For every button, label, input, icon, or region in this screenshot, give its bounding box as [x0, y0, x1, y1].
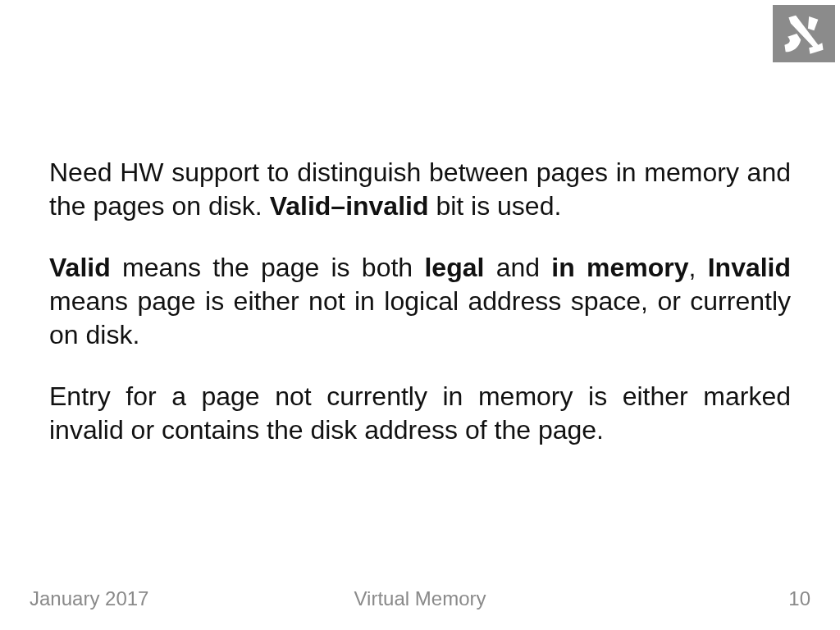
slide: Need HW support to distinguish between p…	[0, 0, 840, 630]
footer-date: January 2017	[30, 587, 148, 610]
text: and	[484, 253, 551, 282]
bold-text: Valid	[49, 253, 111, 282]
text: bit is used.	[428, 191, 561, 221]
aleph-icon	[778, 8, 829, 59]
slide-footer: January 2017 Virtual Memory 10	[30, 587, 810, 610]
bold-text: Invalid	[708, 253, 791, 282]
bold-text: legal	[424, 253, 484, 282]
text: means the page is both	[111, 253, 425, 282]
footer-page-number: 10	[788, 587, 810, 610]
aleph-logo	[773, 5, 835, 62]
text: ,	[689, 253, 708, 282]
paragraph-1: Need HW support to distinguish between p…	[49, 156, 791, 223]
paragraph-3: Entry for a page not currently in memory…	[49, 380, 791, 447]
bold-text: in memory	[551, 253, 688, 282]
bold-text: Valid–invalid	[270, 191, 429, 221]
paragraph-2: Valid means the page is both legal and i…	[49, 251, 791, 352]
text: means page is either not in logical addr…	[49, 286, 791, 349]
slide-body: Need HW support to distinguish between p…	[49, 156, 791, 475]
